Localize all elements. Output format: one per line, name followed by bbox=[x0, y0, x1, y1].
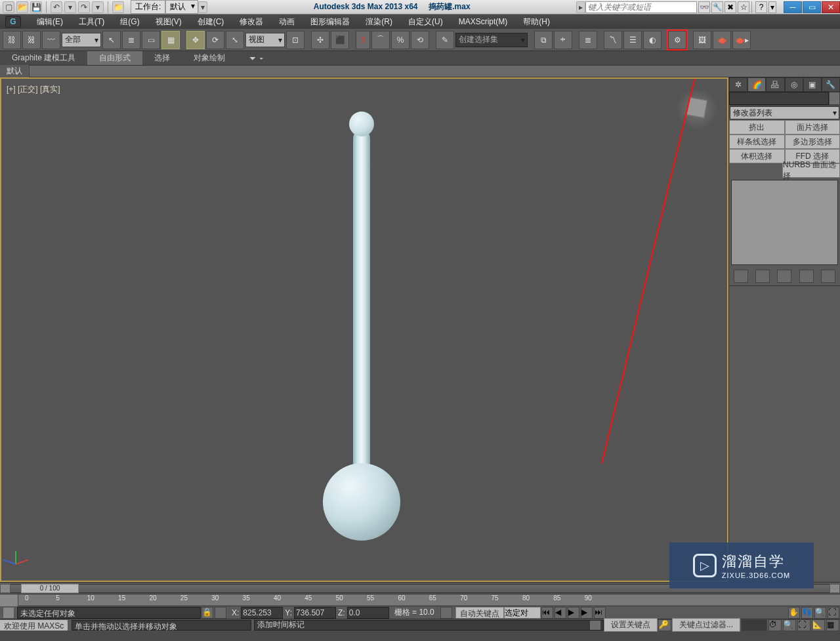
select-rotate-icon[interactable]: ⟳ bbox=[206, 31, 224, 49]
maxscript-listener-icon[interactable] bbox=[3, 607, 14, 619]
menu-edit[interactable]: 编辑(E) bbox=[29, 15, 71, 29]
help-dd-icon[interactable]: ▾ bbox=[768, 1, 776, 13]
nav-walk-icon[interactable]: 👣 bbox=[801, 607, 813, 619]
play-prev-icon[interactable]: ◀ bbox=[555, 607, 566, 619]
setkey-key-icon[interactable]: 🔑 bbox=[658, 619, 671, 631]
maximize-button[interactable]: ▭ bbox=[803, 1, 821, 13]
redo-dd-icon[interactable]: ▾ bbox=[92, 1, 104, 13]
configure-sets-icon[interactable] bbox=[821, 270, 835, 283]
trackbar-ruler[interactable]: 051015202530354045505560657075808590 bbox=[18, 594, 840, 606]
select-manipulate-icon[interactable]: ✣ bbox=[311, 31, 329, 49]
link-icon[interactable]: ⛓ bbox=[3, 31, 21, 49]
cmd-tab-utilities-icon[interactable]: 🔧 bbox=[822, 77, 840, 92]
viewcube-icon[interactable] bbox=[676, 88, 718, 130]
ribbon-tab-objectpaint[interactable]: 对象绘制 bbox=[182, 51, 237, 65]
scene-object-pestle[interactable] bbox=[323, 112, 400, 541]
cmd-tab-display-icon[interactable]: ▣ bbox=[803, 77, 822, 92]
menu-tools[interactable]: 工具(T) bbox=[71, 15, 112, 29]
menu-maxscript[interactable]: MAXScript(M) bbox=[451, 16, 516, 28]
modifier-btn-faceselect[interactable]: 面片选择 bbox=[785, 120, 841, 134]
undo-icon[interactable]: ↶ bbox=[51, 1, 62, 13]
keyboard-shortcut-icon[interactable]: ⬛ bbox=[331, 31, 349, 49]
time-tag-toggle-icon[interactable] bbox=[590, 621, 600, 630]
time-config-icon[interactable]: ⏱ bbox=[768, 619, 782, 631]
layers-icon[interactable]: ≣ bbox=[579, 31, 597, 49]
ribbon-collapse-icon[interactable]: ⏷ ▾ bbox=[243, 54, 268, 63]
project-icon[interactable]: 📁 bbox=[112, 1, 124, 13]
use-pivot-center-icon[interactable]: ⊡ bbox=[286, 31, 304, 49]
cmd-tab-motion-icon[interactable]: ◎ bbox=[785, 77, 803, 92]
new-icon[interactable]: ▢ bbox=[3, 1, 14, 13]
modifier-list-dropdown[interactable]: 修改器列表 bbox=[730, 106, 839, 119]
render-iterative-icon[interactable]: 🫖▸ bbox=[732, 31, 751, 49]
ribbon-tab-selection[interactable]: 选择 bbox=[142, 51, 182, 65]
infocenter-toggle-icon[interactable]: ▸ bbox=[576, 1, 585, 13]
schematic-view-icon[interactable]: ☰ bbox=[623, 31, 642, 49]
help-icon[interactable]: ? bbox=[755, 1, 767, 13]
play-icon[interactable]: ▶ bbox=[568, 607, 579, 619]
refcoord-dropdown[interactable]: 视图 bbox=[245, 33, 285, 47]
selection-lock-icon[interactable]: 🔒 bbox=[201, 607, 213, 619]
autokey-button[interactable]: 自动关键点 bbox=[455, 607, 504, 619]
pin-stack-icon[interactable] bbox=[734, 270, 748, 283]
menu-modifiers[interactable]: 修改器 bbox=[232, 15, 271, 29]
undo-dd-icon[interactable]: ▾ bbox=[64, 1, 76, 13]
search-btn-icon[interactable]: 👓 bbox=[698, 1, 710, 13]
coord-y-input[interactable] bbox=[294, 607, 336, 619]
spinner-snap-icon[interactable]: ⟲ bbox=[411, 31, 429, 49]
modifier-btn-volselect[interactable]: 体积选择 bbox=[729, 149, 785, 163]
isolate-toggle-icon[interactable] bbox=[215, 607, 226, 619]
setkey-button[interactable]: 设置关键点 bbox=[604, 618, 658, 632]
object-name-input[interactable] bbox=[729, 92, 829, 105]
modifier-btn-splineselect[interactable]: 样条线选择 bbox=[729, 134, 785, 149]
workspace-dropdown[interactable]: 默认 bbox=[165, 0, 198, 14]
menu-group[interactable]: 组(G) bbox=[112, 15, 147, 29]
ribbon-tab-graphite[interactable]: Graphite 建模工具 bbox=[0, 51, 87, 65]
keymode-dropdown[interactable]: 选定对 bbox=[504, 607, 541, 619]
modifier-btn-polyselect[interactable]: 多边形选择 bbox=[785, 134, 841, 149]
keyfilters-button[interactable]: 关键点过滤器... bbox=[672, 618, 740, 632]
save-icon[interactable]: 💾 bbox=[30, 1, 42, 13]
menu-grapheditors[interactable]: 图形编辑器 bbox=[303, 15, 358, 29]
selection-filter-dropdown[interactable]: 全部 bbox=[62, 33, 101, 47]
search-input[interactable] bbox=[585, 1, 697, 13]
menu-view[interactable]: 视图(V) bbox=[148, 15, 190, 29]
select-move-icon[interactable]: ✥ bbox=[186, 31, 205, 49]
bind-spacewarp-icon[interactable]: 〰 bbox=[42, 31, 60, 49]
exchange-icon[interactable]: ✖ bbox=[724, 1, 736, 13]
material-editor-icon[interactable]: ◐ bbox=[643, 31, 662, 49]
unlink-icon[interactable]: ⛓̷ bbox=[22, 31, 41, 49]
app-menu-icon[interactable]: G bbox=[5, 16, 21, 28]
subscribe-icon[interactable]: 🔧 bbox=[711, 1, 723, 13]
remove-modifier-icon[interactable] bbox=[799, 270, 814, 283]
nav-zoom-icon[interactable]: 🔍 bbox=[814, 607, 826, 619]
select-region-rect-icon[interactable]: ▭ bbox=[142, 31, 160, 49]
snap-toggle-icon[interactable]: 3 bbox=[356, 31, 370, 49]
cmd-tab-hierarchy-icon[interactable]: 品 bbox=[766, 77, 784, 92]
play-goto-end-icon[interactable]: ⏭ bbox=[594, 607, 606, 619]
ribbon-tab-freeform[interactable]: 自由形式 bbox=[87, 51, 142, 65]
timeslider-next-icon[interactable] bbox=[830, 584, 840, 593]
nav-zoomall-icon[interactable]: ⛶ bbox=[828, 607, 839, 619]
render-production-icon[interactable]: 🫖 bbox=[713, 31, 731, 49]
menu-help[interactable]: 帮助(H) bbox=[515, 15, 558, 29]
percent-snap-icon[interactable]: % bbox=[391, 31, 410, 49]
nav-pan-icon[interactable]: ✋ bbox=[788, 607, 800, 619]
timeslider-prev-icon[interactable] bbox=[0, 584, 10, 593]
show-end-result-icon[interactable] bbox=[755, 270, 770, 283]
select-scale-icon[interactable]: ⤡ bbox=[226, 31, 244, 49]
align-icon[interactable]: ⫩ bbox=[554, 31, 572, 49]
coord-x-input[interactable] bbox=[241, 607, 283, 619]
menu-rendering[interactable]: 渲染(R) bbox=[358, 15, 400, 29]
ribbon-panel-default[interactable]: 默认 bbox=[0, 65, 30, 77]
viewport[interactable]: [+] [正交] [真实] bbox=[0, 77, 728, 582]
edit-named-sel-icon[interactable]: ✎ bbox=[436, 31, 454, 49]
modifier-btn-nurbs[interactable]: NURBS 曲面选择 bbox=[782, 163, 840, 178]
angle-snap-icon[interactable]: ⌒ bbox=[371, 31, 390, 49]
viewport-label[interactable]: [+] [正交] [真实] bbox=[7, 84, 60, 95]
minimize-button[interactable]: ─ bbox=[784, 1, 802, 13]
curve-editor-icon[interactable]: 〽 bbox=[604, 31, 622, 49]
make-unique-icon[interactable] bbox=[777, 270, 791, 283]
menu-customize[interactable]: 自定义(U) bbox=[400, 15, 451, 29]
time-tag-input[interactable]: 添加时间标记 bbox=[254, 620, 604, 631]
